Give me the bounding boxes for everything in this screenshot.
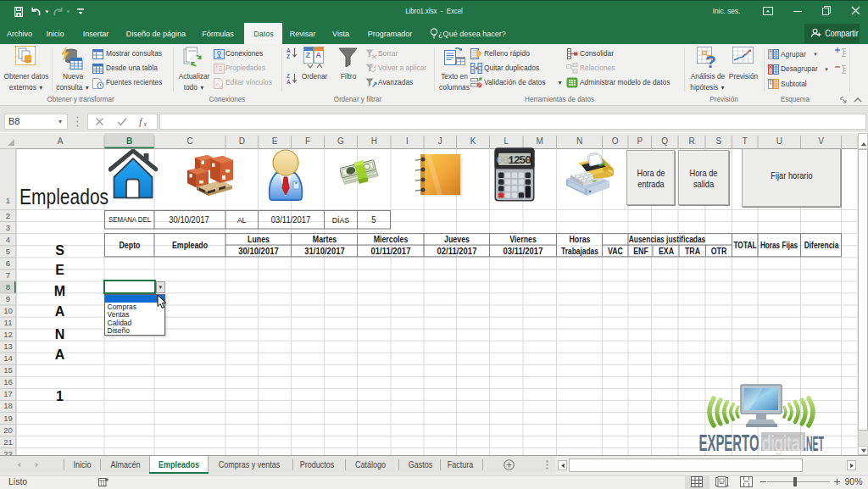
svg-text:00: 00: [497, 154, 509, 167]
svg-text:digital: digital: [762, 431, 804, 455]
svg-text:EXPERTO: EXPERTO: [699, 431, 760, 456]
svg-text:.NET: .NET: [804, 432, 824, 455]
svg-text:1250: 1250: [508, 154, 531, 167]
